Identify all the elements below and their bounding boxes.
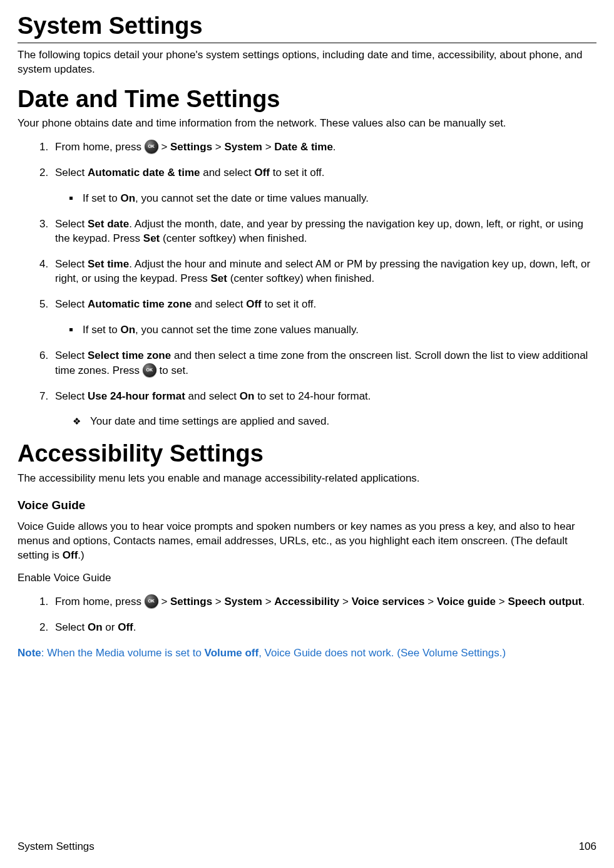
list-item: Select Set date. Adjust the month, date,…: [51, 217, 596, 246]
subheading-voice-guide: Voice Guide: [18, 497, 596, 514]
list-item: Select On or Off.: [51, 621, 596, 635]
footer-section-name: System Settings: [18, 840, 95, 854]
note-paragraph: Note: When the Media volume is set to Vo…: [18, 646, 596, 661]
page-title: System Settings: [18, 13, 596, 43]
ok-button-icon: [145, 594, 158, 608]
list-item: Select Set time. Adjust the hour and min…: [51, 257, 596, 286]
section-heading-accessibility: Accessibility Settings: [18, 440, 596, 468]
note-label: Note: [18, 647, 41, 659]
sub-list: If set to On, you cannot set the time zo…: [55, 323, 596, 338]
footer-page-number: 106: [579, 840, 596, 854]
list-item: If set to On, you cannot set the date or…: [80, 192, 596, 206]
list-item: Select Select time zone and then select …: [51, 349, 596, 378]
list-item: Select Use 24-hour format and select On …: [51, 390, 596, 430]
date-time-intro: Your phone obtains date and time informa…: [18, 116, 596, 131]
list-item: Your date and time settings are applied …: [75, 415, 596, 429]
voice-guide-description: Voice Guide allows you to hear voice pro…: [18, 520, 596, 563]
intro-paragraph: The following topics detail your phone's…: [18, 48, 596, 77]
volume-settings-link[interactable]: Volume Settings: [422, 647, 499, 659]
section-heading-date-time: Date and Time Settings: [18, 86, 596, 113]
page-footer: System Settings 106: [18, 840, 596, 854]
list-item: From home, press > Settings > System > D…: [51, 140, 596, 155]
list-item: From home, press > Settings > System > A…: [51, 594, 596, 609]
date-time-steps: From home, press > Settings > System > D…: [18, 140, 596, 429]
list-item: If set to On, you cannot set the time zo…: [80, 323, 596, 338]
sub-list: Your date and time settings are applied …: [55, 415, 596, 429]
enable-voice-guide-label: Enable Voice Guide: [18, 571, 596, 586]
voice-guide-steps: From home, press > Settings > System > A…: [18, 594, 596, 635]
ok-button-icon: [143, 363, 156, 377]
list-item: Select Automatic date & time and select …: [51, 166, 596, 206]
ok-button-icon: [145, 140, 158, 153]
accessibility-intro: The accessibility menu lets you enable a…: [18, 472, 596, 486]
list-item: Select Automatic time zone and select Of…: [51, 297, 596, 338]
sub-list: If set to On, you cannot set the date or…: [55, 192, 596, 206]
